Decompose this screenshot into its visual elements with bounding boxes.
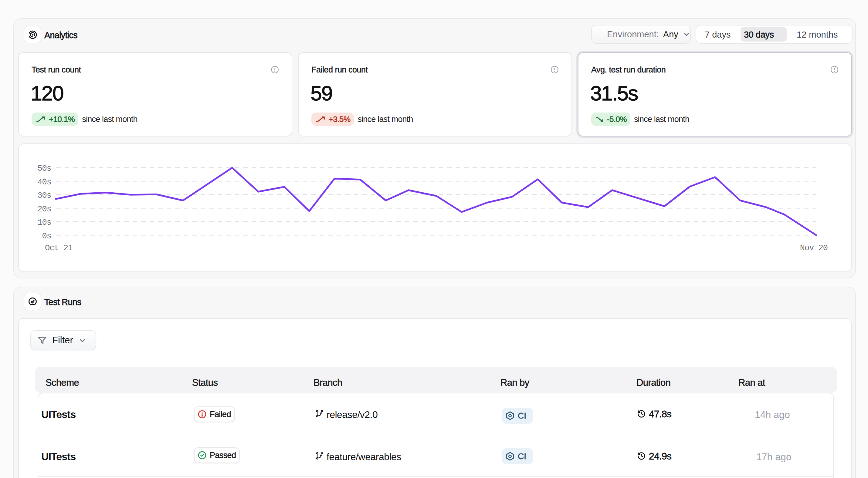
svg-text:50s: 50s: [37, 164, 51, 173]
svg-text:Nov 20: Nov 20: [800, 244, 828, 253]
svg-text:Oct 21: Oct 21: [45, 244, 72, 253]
svg-text:0s: 0s: [42, 232, 51, 241]
svg-text:10s: 10s: [37, 218, 51, 227]
svg-text:40s: 40s: [37, 178, 51, 187]
svg-text:20s: 20s: [37, 205, 51, 214]
svg-text:30s: 30s: [37, 191, 51, 200]
